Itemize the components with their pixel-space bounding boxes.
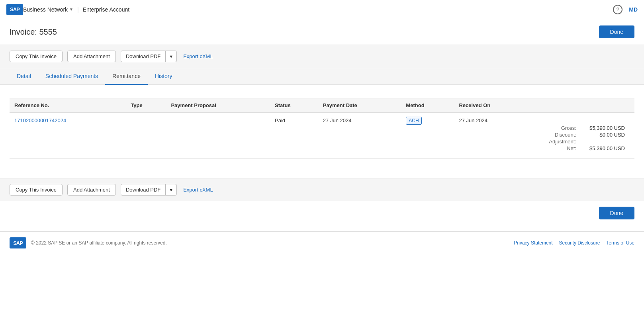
add-attachment-button-top[interactable]: Add Attachment [67, 51, 116, 62]
discount-row: Discount: $0.00 USD [464, 132, 625, 138]
cell-type [126, 113, 166, 159]
tab-scheduled-payments[interactable]: Scheduled Payments [38, 68, 105, 85]
gross-value: $5,390.00 USD [581, 125, 625, 131]
cell-reference-no: 171020000001742024 [10, 113, 126, 159]
col-header-status: Status [270, 98, 318, 113]
user-avatar[interactable]: MD [629, 6, 638, 13]
nav-separator: | [77, 6, 79, 13]
download-pdf-button-bottom[interactable]: Download PDF ▼ [121, 184, 177, 196]
adjustment-value [581, 139, 625, 145]
security-disclosure-link[interactable]: Security Disclosure [559, 240, 600, 246]
footer-left: SAP © 2022 SAP SE or an SAP affiliate co… [10, 237, 167, 248]
tabs-bar: Detail Scheduled Payments Remittance His… [0, 68, 644, 85]
reference-no-link[interactable]: 171020000001742024 [14, 117, 66, 123]
main-content: Reference No. Type Payment Proposal Stat… [0, 85, 644, 168]
tab-detail[interactable]: Detail [10, 68, 38, 85]
discount-value: $0.00 USD [581, 132, 625, 138]
nav-right-group: ? MD [613, 5, 638, 14]
adjustment-row: Adjustment: [464, 139, 625, 145]
top-navigation: SAP Business Network ▼ | Enterprise Acco… [0, 0, 644, 19]
done-button-top[interactable]: Done [599, 25, 634, 38]
copy-invoice-button-bottom[interactable]: Copy This Invoice [10, 184, 63, 196]
download-pdf-label-bottom: Download PDF [121, 184, 166, 195]
bottom-done-bar: Done [0, 201, 644, 225]
export-cxml-button-bottom[interactable]: Export cXML [182, 184, 214, 195]
net-label: Net: [567, 145, 576, 151]
add-attachment-button-bottom[interactable]: Add Attachment [67, 184, 116, 196]
nav-brand[interactable]: Business Network ▼ [23, 6, 73, 13]
adjustment-label: Adjustment: [549, 139, 576, 145]
footer-links: Privacy Statement Security Disclosure Te… [514, 240, 634, 246]
privacy-statement-link[interactable]: Privacy Statement [514, 240, 552, 246]
nav-enterprise-label: Enterprise Account [83, 6, 130, 13]
received-on-value: 27 Jun 2024 [459, 117, 630, 123]
col-header-payment-proposal: Payment Proposal [166, 98, 270, 113]
bottom-toolbar: Copy This Invoice Add Attachment Downloa… [0, 178, 644, 201]
tab-remittance[interactable]: Remittance [105, 68, 148, 85]
download-pdf-label-top: Download PDF [121, 51, 166, 62]
gross-label: Gross: [561, 125, 576, 131]
net-row: Net: $5,390.00 USD [464, 145, 625, 151]
download-pdf-arrow-top: ▼ [166, 52, 176, 61]
invoice-title: Invoice: 5555 [10, 27, 57, 37]
col-header-type: Type [126, 98, 166, 113]
cell-status: Paid [270, 113, 318, 159]
nav-brand-label: Business Network [23, 6, 68, 13]
tab-history[interactable]: History [148, 68, 180, 85]
cell-payment-proposal [166, 113, 270, 159]
footer-copyright: © 2022 SAP SE or an SAP affiliate compan… [31, 240, 167, 246]
col-header-reference-no: Reference No. [10, 98, 126, 113]
help-button[interactable]: ? [613, 5, 622, 14]
col-header-received-on: Received On [454, 98, 634, 113]
cell-payment-date: 27 Jun 2024 [318, 113, 401, 159]
sap-logo: SAP [6, 4, 23, 15]
done-button-bottom[interactable]: Done [599, 207, 634, 219]
invoice-header: Invoice: 5555 Done [0, 19, 644, 45]
nav-brand-arrow: ▼ [69, 7, 73, 12]
remittance-table: Reference No. Type Payment Proposal Stat… [10, 98, 634, 159]
table-header-row: Reference No. Type Payment Proposal Stat… [10, 98, 634, 113]
download-pdf-arrow-bottom: ▼ [166, 185, 176, 195]
cell-received-on: 27 Jun 2024 Gross: $5,390.00 USD Discoun… [454, 113, 634, 159]
footer-sap-logo: SAP [10, 237, 26, 248]
page-footer: SAP © 2022 SAP SE or an SAP affiliate co… [0, 231, 644, 254]
copy-invoice-button-top[interactable]: Copy This Invoice [10, 51, 63, 62]
gross-row: Gross: $5,390.00 USD [464, 125, 625, 131]
help-icon: ? [617, 6, 619, 12]
terms-of-use-link[interactable]: Terms of Use [606, 240, 634, 246]
table-row: 171020000001742024 Paid 27 Jun 2024 ACH … [10, 113, 634, 159]
ach-badge[interactable]: ACH [406, 117, 421, 125]
col-header-method: Method [401, 98, 454, 113]
discount-label: Discount: [555, 132, 576, 138]
col-header-payment-date: Payment Date [318, 98, 401, 113]
financials-block: Gross: $5,390.00 USD Discount: $0.00 USD… [459, 123, 630, 154]
top-toolbar: Copy This Invoice Add Attachment Downloa… [0, 45, 644, 68]
cell-method: ACH [401, 113, 454, 159]
net-value: $5,390.00 USD [581, 145, 625, 151]
download-pdf-button-top[interactable]: Download PDF ▼ [121, 51, 177, 62]
export-cxml-button-top[interactable]: Export cXML [182, 51, 214, 62]
